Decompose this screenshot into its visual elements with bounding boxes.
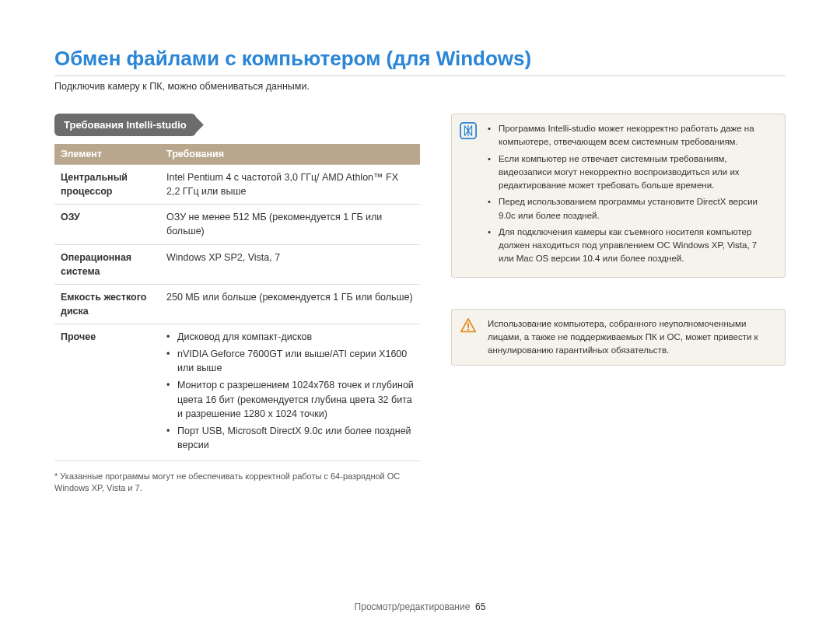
misc-bullets: Дисковод для компакт-дисков nVIDIA Gefor… [166,330,414,452]
row-label: ОЗУ [54,205,160,244]
row-value: Windows XP SP2, Vista, 7 [160,244,420,284]
table-row: ОЗУ ОЗУ не менее 512 МБ (рекомендуется 1… [54,205,420,244]
th-requirement: Требования [160,144,420,165]
warning-text: Использование компьютера, собранного неу… [488,319,758,356]
right-column: Программа Intelli-studio может некоррект… [451,114,786,495]
document-page: Обмен файлами с компьютером (для Windows… [0,0,840,634]
info-note-box: Программа Intelli-studio может некоррект… [451,114,786,278]
table-row: Центральный процессор Intel Pentium 4 с … [54,165,420,205]
row-label: Операционная система [54,244,160,284]
table-row: Прочее Дисковод для компакт-дисков nVIDI… [54,324,420,461]
row-label: Емкость жесткого диска [54,284,160,324]
warning-note-box: Использование компьютера, собранного неу… [451,309,786,366]
page-title: Обмен файлами с компьютером (для Windows… [54,47,786,76]
footer-section: Просмотр/редактирование [355,601,471,612]
info-icon [460,122,477,139]
requirements-table: Элемент Требования Центральный процессор… [54,144,420,461]
svg-point-2 [467,328,469,330]
row-value: 250 МБ или больше (рекомендуется 1 ГБ ил… [160,284,420,324]
content-columns: Требования Intelli-studio Элемент Требов… [54,114,786,495]
list-item: Если компьютер не отвечает системным тре… [488,152,774,193]
requirements-footnote: * Указанные программы могут не обеспечив… [54,471,420,495]
page-subtitle: Подключив камеру к ПК, можно обмениватьс… [54,81,786,92]
list-item: Перед использованием программы установит… [488,195,774,222]
warning-icon [460,317,477,335]
left-column: Требования Intelli-studio Элемент Требов… [54,114,420,495]
requirements-badge: Требования Intelli-studio [54,114,196,136]
footer-page-number: 65 [475,601,485,612]
list-item: Дисковод для компакт-дисков [166,330,414,344]
list-item: nVIDIA Geforce 7600GT или выше/ATI серии… [166,347,414,375]
list-item: Программа Intelli-studio может некоррект… [488,122,774,149]
row-value: Intel Pentium 4 с частотой 3,0 ГГц/ AMD … [160,165,420,205]
list-item: Монитор с разрешением 1024x768 точек и г… [166,378,414,420]
list-item: Порт USB, Microsoft DirectX 9.0c или бол… [166,424,414,452]
info-bullets: Программа Intelli-studio может некоррект… [488,122,774,266]
row-label: Прочее [54,324,160,461]
page-footer: Просмотр/редактирование 65 [0,601,840,612]
table-row: Емкость жесткого диска 250 МБ или больше… [54,284,420,324]
th-element: Элемент [54,144,160,165]
row-value: ОЗУ не менее 512 МБ (рекомендуется 1 ГБ … [160,205,420,244]
row-value: Дисковод для компакт-дисков nVIDIA Gefor… [160,324,420,461]
row-label: Центральный процессор [54,165,160,205]
list-item: Для подключения камеры как съемного носи… [488,226,774,266]
table-row: Операционная система Windows XP SP2, Vis… [54,244,420,284]
